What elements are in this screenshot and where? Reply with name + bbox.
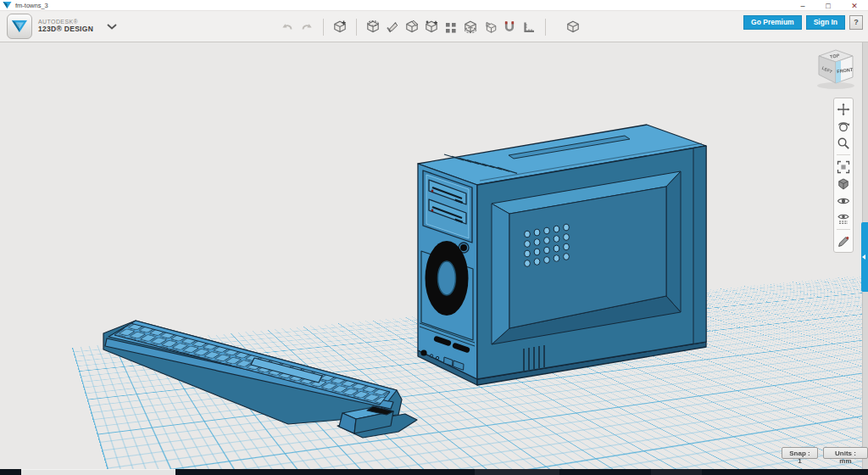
help-button[interactable]: ? xyxy=(849,15,863,30)
navigation-panel xyxy=(833,98,854,253)
sketch-icon xyxy=(385,20,400,35)
tool-grouping[interactable] xyxy=(463,18,478,36)
go-premium-button[interactable]: Go Premium xyxy=(743,15,802,30)
fit-icon xyxy=(837,160,850,174)
nav-separator xyxy=(837,229,850,230)
toolbar-separator xyxy=(356,19,357,36)
material-button[interactable] xyxy=(836,234,851,249)
redo-button[interactable] xyxy=(299,18,314,36)
brand-text: AUTODESK® 123D® DESIGN xyxy=(38,19,93,34)
app-menu[interactable]: AUTODESK® 123D® DESIGN xyxy=(7,14,117,39)
orbit-icon xyxy=(837,120,850,133)
transform-icon xyxy=(365,20,381,35)
logo-triangle-icon xyxy=(10,18,29,35)
shading-mode-button[interactable] xyxy=(836,176,851,191)
brand-product: 123D® DESIGN xyxy=(38,25,93,34)
pan-icon xyxy=(837,103,850,116)
tool-modify[interactable] xyxy=(424,18,439,36)
show-all-button[interactable] xyxy=(836,210,851,225)
maximize-button[interactable]: □ xyxy=(815,0,841,11)
toolbar-separator xyxy=(545,19,546,36)
tool-combine[interactable] xyxy=(482,18,498,36)
minimize-button[interactable]: – xyxy=(790,0,815,11)
taskbar-strip xyxy=(0,469,868,475)
modify-icon xyxy=(424,20,439,35)
tool-primitives[interactable] xyxy=(332,18,348,36)
nav-separator xyxy=(837,154,850,155)
main-toolbar: AUTODESK® 123D® DESIGN xyxy=(0,11,868,42)
taskbar-segment xyxy=(21,469,175,475)
pan-button[interactable] xyxy=(836,102,851,116)
units-setting-button[interactable]: Units : mm xyxy=(823,447,868,459)
cube-icon xyxy=(565,20,581,35)
snap-setting-button[interactable]: Snap : 1 xyxy=(782,447,818,459)
right-panel-toggle[interactable] xyxy=(861,222,868,292)
undo-icon xyxy=(280,20,295,35)
eye-icon xyxy=(837,194,850,208)
app-logo xyxy=(7,14,32,39)
hide-button[interactable] xyxy=(836,193,851,208)
redo-icon xyxy=(299,20,314,35)
tower-model[interactable] xyxy=(418,125,706,385)
tool-strip xyxy=(280,11,581,42)
chevron-down-icon[interactable] xyxy=(107,24,117,30)
shaded-cube-icon xyxy=(837,177,850,191)
sign-in-button[interactable]: Sign In xyxy=(806,15,845,30)
title-bar: fm-towns_3 – □ ✕ xyxy=(0,0,868,11)
construct-icon xyxy=(404,20,420,35)
account-area: Go Premium Sign In ? xyxy=(743,15,863,30)
brush-icon xyxy=(837,235,850,249)
taskbar-segment xyxy=(475,469,559,475)
window-title: fm-towns_3 xyxy=(15,2,48,9)
fit-view-button[interactable] xyxy=(836,159,851,174)
tool-pattern[interactable] xyxy=(443,18,459,36)
tool-transform[interactable] xyxy=(365,18,381,36)
eye-grid-icon xyxy=(837,211,850,225)
tool-measure[interactable] xyxy=(521,18,537,36)
magnifier-icon xyxy=(837,137,850,150)
view-cube[interactable]: TOP LEFT FRONT xyxy=(810,46,861,92)
tool-construct[interactable] xyxy=(404,18,420,36)
orbit-button[interactable] xyxy=(836,119,851,133)
keyboard-model[interactable] xyxy=(103,321,417,438)
viewport-3d[interactable]: TOP LEFT FRONT xyxy=(0,42,868,475)
tool-view-cube[interactable] xyxy=(565,18,581,36)
speaker xyxy=(426,241,469,316)
combine-icon xyxy=(482,20,498,35)
tool-sketch[interactable] xyxy=(385,18,400,36)
chevron-left-icon xyxy=(862,254,865,260)
primitives-icon xyxy=(332,20,348,35)
taskbar-segment xyxy=(651,469,702,475)
close-button[interactable]: ✕ xyxy=(841,0,868,11)
toolbar-separator xyxy=(323,19,324,36)
zoom-button[interactable] xyxy=(836,136,851,150)
model-layer xyxy=(0,42,868,475)
pattern-icon xyxy=(443,20,459,35)
app-window-icon xyxy=(3,1,12,9)
grouping-icon xyxy=(463,20,478,35)
undo-button[interactable] xyxy=(280,18,295,36)
status-bar: Snap : 1 Units : mm xyxy=(782,447,868,459)
magnet-icon xyxy=(502,20,517,35)
ruler-icon xyxy=(521,20,537,35)
tool-snap[interactable] xyxy=(502,18,517,36)
app-window: fm-towns_3 – □ ✕ AUTODESK® 123D® DESIGN xyxy=(0,0,868,475)
